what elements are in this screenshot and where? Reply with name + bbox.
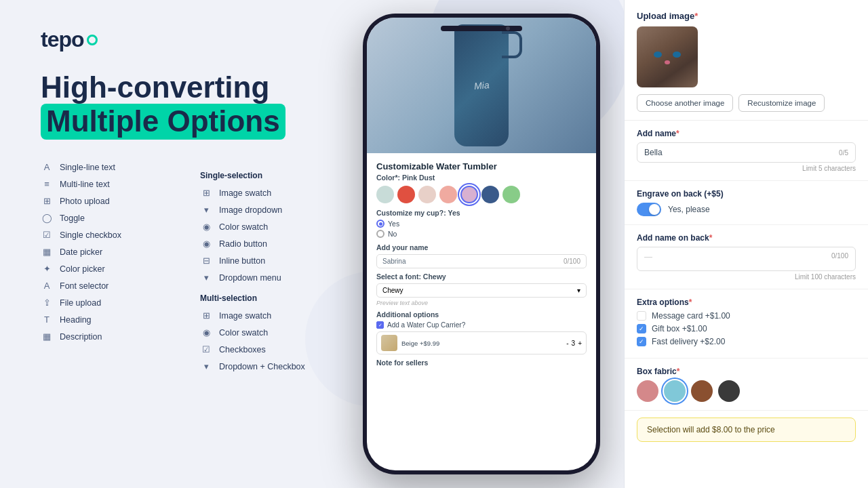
price-notice: Selection will add $8.00 to the price <box>637 418 856 442</box>
font-value: Chewy <box>382 287 403 294</box>
tumbler-visual: Mia <box>454 24 509 146</box>
radio-no[interactable]: No <box>376 230 587 238</box>
beige-image <box>381 335 397 351</box>
add-name-input[interactable]: Bella 0/5 <box>637 142 856 163</box>
additional-opts-label: Additional options <box>376 310 587 319</box>
headline-line1: High-converting <box>41 71 332 104</box>
radio-no-circle[interactable] <box>376 230 384 238</box>
engrave-section: Engrave on back (+$5) Yes, please <box>625 181 868 225</box>
fast-delivery-checkbox[interactable]: ✓ <box>637 337 646 346</box>
name-back-limit: Limit 100 characters <box>637 273 856 281</box>
feature-col-1: A Single-line text ≡ Multi-line text ⊞ P… <box>41 161 173 378</box>
customize-label: Customize my cup?: Yes <box>376 209 587 217</box>
list-item: ◯ Toggle <box>41 212 173 224</box>
cat-eye-right <box>673 52 681 58</box>
logo-text: tepo <box>41 27 84 52</box>
radio-yes-label: Yes <box>388 220 399 228</box>
file-icon: ⇪ <box>41 297 53 309</box>
radio-yes[interactable]: Yes <box>376 220 587 228</box>
toggle-thumb <box>649 204 660 215</box>
extra-option-row[interactable]: ✓ Fast delivery +$2.00 <box>637 337 856 346</box>
feature-col-2: Single-selection ⊞ Image swatch ▾ Image … <box>200 161 332 378</box>
list-item: ◉ Radio button <box>200 238 332 250</box>
product-image: Mia <box>367 18 596 153</box>
dropdown-arrow-icon: ▾ <box>577 287 580 294</box>
cat-face <box>647 35 688 82</box>
increment-button[interactable]: + <box>578 340 582 347</box>
color-swatch[interactable] <box>502 186 520 203</box>
list-item: ▦ Date picker <box>41 246 173 258</box>
name-on-back-section: Add name on back* — 0/100 Limit 100 char… <box>625 225 868 289</box>
extra-option-row[interactable]: ✓ Gift box +$1.00 <box>637 324 856 333</box>
name-limit-note: Limit 5 characters <box>637 165 856 172</box>
upload-image-box <box>637 26 698 87</box>
admin-panel: Upload image* Choose another image Recus… <box>624 0 868 488</box>
beige-select[interactable]: Beige +$9.99 <box>401 340 562 347</box>
headline-line2: Multiple Options <box>41 104 285 139</box>
carrier-checkbox-row[interactable]: ✓ Add a Water Cup Carrier? <box>376 321 587 329</box>
color-swatch[interactable] <box>481 186 499 203</box>
add-name-field-label: Add name* <box>637 129 856 138</box>
upload-buttons: Choose another image Recustomize image <box>637 94 856 112</box>
color-swatch-selected[interactable] <box>460 186 478 203</box>
name-back-count: 0/100 <box>831 252 848 260</box>
left-panel: tepo High-converting Multiple Options A … <box>0 0 359 488</box>
engrave-toggle[interactable] <box>637 203 661 216</box>
font-selector-label: Font selector <box>60 281 108 291</box>
decrement-button[interactable]: - <box>566 340 568 347</box>
list-item: ◉ Color swatch <box>200 327 332 339</box>
gift-box-label: Gift box +$1.00 <box>652 324 707 333</box>
photo-icon: ⊞ <box>41 195 53 207</box>
color-swatch[interactable] <box>418 186 436 203</box>
logo: tepo <box>41 27 332 52</box>
font-dropdown[interactable]: Chewy ▾ <box>376 283 587 298</box>
upload-section: Upload image* Choose another image Recus… <box>625 0 868 121</box>
carrier-checkbox[interactable]: ✓ <box>376 321 384 329</box>
extra-options-section: Extra options* Message card +$1.00 ✓ Gif… <box>625 289 868 359</box>
font-select-label: Select a font: Chewy <box>376 272 587 281</box>
color-swatch[interactable] <box>376 186 394 203</box>
name-placeholder: Sabrina <box>382 258 406 265</box>
name-char-count: 0/5 <box>839 149 848 157</box>
radio-group: Yes No <box>376 220 587 238</box>
add-name-label: Add your name <box>376 243 587 251</box>
tumbler-handle <box>502 31 522 58</box>
multi-selection-title: Multi-selection <box>200 293 332 303</box>
quantity-stepper[interactable]: - 3 + <box>566 340 582 347</box>
checkboxes-icon: ☑ <box>200 344 212 356</box>
single-selection-title: Single-selection <box>200 171 332 180</box>
message-card-checkbox[interactable] <box>637 311 646 321</box>
message-card-label: Message card +$1.00 <box>652 311 730 321</box>
fabric-swatch-brown[interactable] <box>691 380 713 402</box>
toggle-icon: ◯ <box>41 212 53 224</box>
extra-option-row[interactable]: Message card +$1.00 <box>637 311 856 321</box>
radio-icon: ◉ <box>200 238 212 250</box>
list-item: T Heading <box>41 314 173 326</box>
choose-image-button[interactable]: Choose another image <box>637 94 733 112</box>
color-swatch[interactable] <box>397 186 415 203</box>
color-swatches <box>376 186 587 203</box>
date-icon: ▦ <box>41 246 53 258</box>
phone-notch <box>441 26 522 31</box>
list-item: ◉ Color swatch <box>200 221 332 233</box>
radio-yes-circle[interactable] <box>376 220 384 228</box>
upload-label: Upload image* <box>637 11 856 21</box>
imgswatch2-icon: ⊞ <box>200 310 212 322</box>
headline: High-converting Multiple Options <box>41 71 332 140</box>
gift-box-checkbox[interactable]: ✓ <box>637 324 646 333</box>
fabric-swatch-dark[interactable] <box>718 380 740 402</box>
font-selector-icon: A <box>41 280 53 292</box>
list-item: ⇪ File upload <box>41 297 173 309</box>
name-on-back-input[interactable]: — 0/100 <box>637 247 856 271</box>
recustomize-button[interactable]: Recustomize image <box>738 94 825 112</box>
engrave-toggle-row: Yes, please <box>637 203 856 216</box>
list-item: ⊞ Image swatch <box>200 310 332 322</box>
note-label: Note for sellers <box>376 359 587 367</box>
multiline-icon: ≡ <box>41 178 53 190</box>
fabric-swatches <box>637 380 856 402</box>
cat-nose <box>665 60 670 64</box>
color-swatch[interactable] <box>439 186 457 203</box>
fabric-swatch-rose[interactable] <box>637 380 658 402</box>
fabric-swatch-blue[interactable] <box>664 380 686 402</box>
name-input[interactable]: Sabrina 0/100 <box>376 254 587 268</box>
